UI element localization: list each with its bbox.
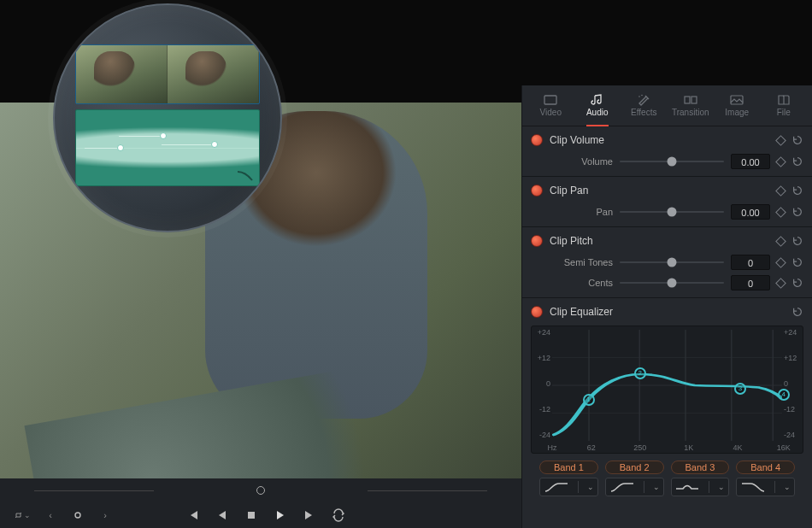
eq-hz-tick: 16K — [777, 443, 791, 452]
video-track[interactable] — [75, 44, 260, 104]
pan-slider[interactable] — [620, 206, 724, 218]
tab-file[interactable]: File — [761, 85, 808, 126]
clip-thumbnail[interactable] — [168, 45, 259, 103]
band-shape-select[interactable]: ⌄ — [736, 478, 795, 496]
crop-icon[interactable]: ⌄ — [15, 507, 31, 523]
jog-bar[interactable] — [34, 485, 487, 496]
section-enable-toggle[interactable] — [531, 185, 543, 197]
first-frame-button[interactable] — [185, 507, 201, 523]
reset-icon[interactable] — [791, 134, 803, 146]
eq-node-4[interactable]: 4 — [778, 389, 790, 401]
keyframe-icon[interactable] — [775, 135, 786, 146]
param-label: Cents — [551, 278, 613, 288]
keyframe-icon[interactable] — [775, 185, 786, 197]
section-enable-toggle[interactable] — [531, 134, 543, 146]
eq-db-tick: +12 — [533, 354, 550, 362]
transport-bar: ⌄ ‹ › — [0, 478, 521, 528]
eq-band-row: Band 1 ⌄ Band 2 ⌄ Band 3 ⌄ — [531, 461, 803, 496]
last-frame-button[interactable] — [302, 507, 317, 523]
keyframe-segment[interactable] — [162, 144, 213, 145]
section-title: Clip Pitch — [550, 235, 770, 247]
audio-track[interactable] — [75, 109, 260, 186]
band-label[interactable]: Band 3 — [671, 461, 730, 474]
keyframe-segment[interactable] — [119, 136, 162, 137]
tab-label: Video — [540, 108, 562, 117]
eq-db-tick: 0 — [533, 379, 550, 388]
band-label[interactable]: Band 2 — [605, 461, 664, 474]
cents-slider[interactable] — [620, 277, 724, 289]
semitones-value[interactable]: 0 — [731, 255, 770, 270]
band-shape-select[interactable]: ⌄ — [671, 478, 730, 496]
keyframe-icon[interactable] — [775, 257, 786, 268]
svg-rect-5 — [685, 97, 690, 103]
eq-db-tick: +24 — [784, 328, 801, 337]
eq-node-3[interactable]: 3 — [734, 383, 746, 395]
param-pan: Pan 0.00 — [531, 204, 803, 220]
keyframe-icon[interactable] — [775, 156, 786, 167]
svg-point-4 — [641, 95, 643, 97]
audio-keyframe[interactable] — [211, 141, 218, 148]
eq-db-tick: -24 — [533, 431, 550, 439]
reset-icon[interactable] — [791, 256, 803, 268]
keyframe-icon[interactable] — [775, 278, 786, 289]
section-title: Clip Equalizer — [550, 306, 785, 318]
marker-next-icon[interactable]: › — [97, 507, 113, 523]
section-enable-toggle[interactable] — [531, 235, 543, 247]
keyframe-icon[interactable] — [775, 236, 786, 247]
band-shape-select[interactable]: ⌄ — [605, 478, 664, 496]
fade-curve-icon[interactable] — [237, 170, 254, 182]
eq-db-tick: -12 — [784, 405, 801, 414]
eq-band-4: Band 4 ⌄ — [736, 461, 795, 496]
param-label: Pan — [551, 207, 613, 217]
tab-image[interactable]: Image — [714, 85, 761, 126]
eq-hz-tick: 250 — [633, 443, 646, 452]
play-button[interactable] — [273, 507, 288, 523]
section-clip-equalizer: Clip Equalizer +24 +12 0 -12 -24 +24 +12… — [522, 298, 812, 528]
marker-prev-icon[interactable]: ‹ — [43, 507, 58, 523]
marker-icon[interactable] — [70, 507, 85, 523]
eq-node-1[interactable]: 1 — [583, 394, 595, 406]
section-clip-pan: Clip Pan Pan 0.00 — [522, 177, 812, 227]
tab-audio[interactable]: Audio — [574, 85, 621, 126]
semitones-slider[interactable] — [620, 256, 724, 268]
tab-label: Audio — [586, 108, 609, 117]
tab-transition[interactable]: Transition — [668, 85, 715, 126]
eq-graph[interactable]: +24 +12 0 -12 -24 +24 +12 0 -12 -24 Hz 6… — [531, 326, 803, 454]
keyframe-segment[interactable] — [85, 148, 119, 149]
tab-label: Transition — [672, 108, 709, 117]
tab-video[interactable]: Video — [527, 85, 574, 126]
reset-icon[interactable] — [791, 235, 803, 247]
chevron-down-icon: ⌄ — [587, 483, 594, 491]
param-volume: Volume 0.00 — [531, 154, 803, 169]
jog-knob[interactable] — [256, 486, 265, 495]
band-shape-select[interactable]: ⌄ — [539, 478, 598, 496]
play-reverse-button[interactable] — [215, 507, 230, 523]
reset-icon[interactable] — [791, 185, 803, 197]
param-cents: Cents 0 — [531, 275, 803, 290]
audio-keyframe[interactable] — [117, 144, 124, 151]
eq-db-tick: 0 — [784, 379, 801, 388]
stop-button[interactable] — [244, 507, 259, 523]
reset-icon[interactable] — [791, 277, 803, 289]
section-enable-toggle[interactable] — [531, 306, 543, 318]
reset-icon[interactable] — [791, 306, 803, 318]
band-label[interactable]: Band 1 — [539, 461, 598, 474]
volume-slider[interactable] — [620, 155, 724, 167]
tab-effects[interactable]: Effects — [621, 85, 668, 126]
chevron-down-icon: ⌄ — [784, 483, 791, 491]
eq-db-tick: -12 — [533, 405, 550, 414]
cents-value[interactable]: 0 — [731, 275, 770, 290]
eq-band-3: Band 3 ⌄ — [671, 461, 730, 496]
pan-value[interactable]: 0.00 — [731, 204, 770, 220]
eq-curve — [552, 330, 782, 441]
band-label[interactable]: Band 4 — [736, 461, 795, 474]
volume-value[interactable]: 0.00 — [731, 154, 770, 169]
audio-keyframe[interactable] — [160, 132, 167, 139]
keyframe-icon[interactable] — [775, 207, 786, 218]
eq-node-2[interactable]: 2 — [634, 367, 646, 379]
loop-button[interactable] — [331, 507, 346, 523]
reset-icon[interactable] — [791, 155, 803, 167]
clip-thumbnail[interactable] — [76, 45, 168, 103]
param-semitones: Semi Tones 0 — [531, 255, 803, 270]
reset-icon[interactable] — [791, 206, 803, 218]
